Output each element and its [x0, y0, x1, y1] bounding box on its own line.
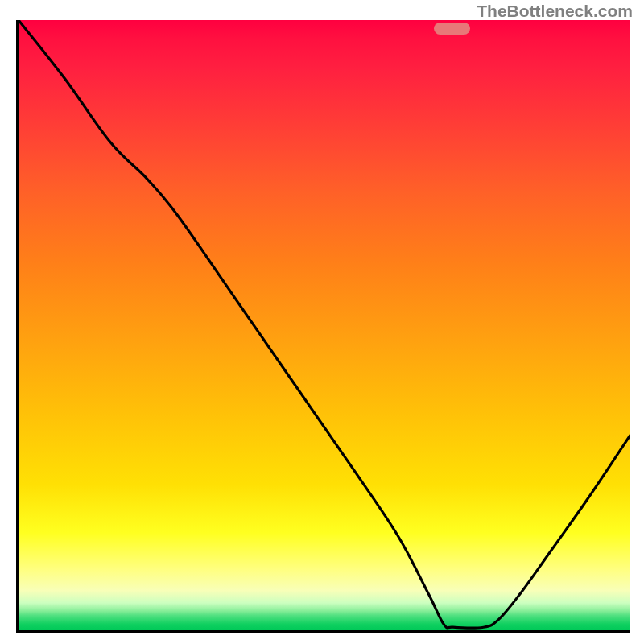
- bottleneck-curve: [19, 20, 630, 628]
- attribution-text: TheBottleneck.com: [477, 2, 633, 21]
- plot-area: [16, 20, 630, 633]
- optimal-marker: [434, 23, 470, 35]
- curve-svg: [19, 20, 630, 630]
- chart-container: TheBottleneck.com: [0, 0, 644, 644]
